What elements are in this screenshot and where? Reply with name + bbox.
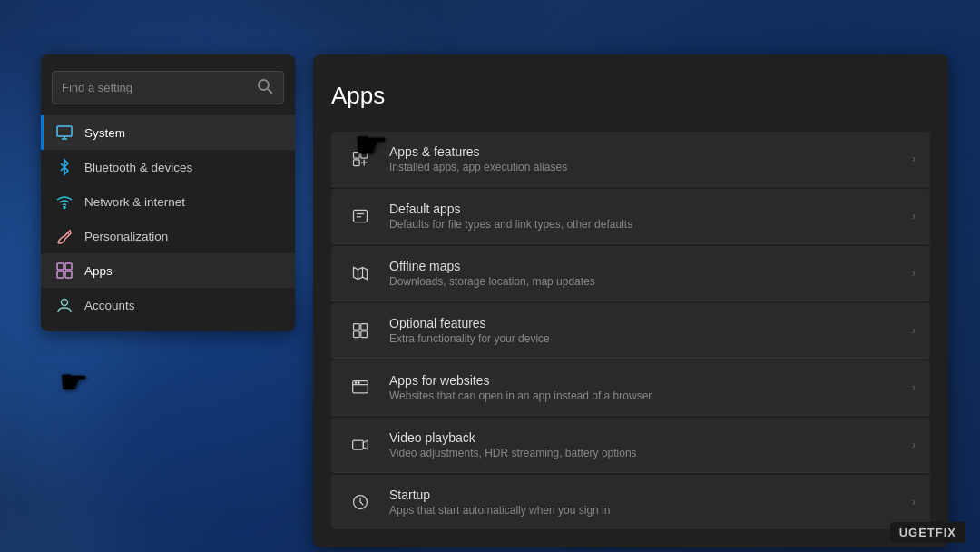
startup-text: Startup Apps that start automatically wh… (389, 488, 897, 517)
sidebar-item-network-label: Network & internet (84, 195, 185, 209)
svg-rect-8 (65, 263, 72, 270)
svg-rect-17 (354, 210, 368, 222)
svg-rect-2 (57, 126, 72, 136)
svg-point-28 (355, 382, 357, 384)
svg-rect-10 (65, 271, 72, 278)
svg-rect-30 (353, 440, 364, 449)
settings-item-apps-features[interactable]: Apps & features Installed apps, app exec… (331, 132, 930, 187)
apps-features-icon (346, 144, 375, 173)
svg-rect-7 (57, 263, 64, 270)
default-apps-text: Default apps Defaults for file types and… (389, 202, 897, 231)
svg-point-5 (64, 207, 65, 209)
apps-websites-arrow: › (912, 381, 916, 394)
svg-rect-14 (354, 160, 360, 166)
sidebar-item-accounts[interactable]: Accounts (41, 288, 295, 322)
default-apps-desc: Defaults for file types and link types, … (389, 218, 897, 231)
video-icon (346, 430, 375, 459)
apps-websites-desc: Websites that can open in an app instead… (389, 389, 897, 402)
sidebar-item-bluetooth-label: Bluetooth & devices (84, 161, 192, 174)
sidebar-item-bluetooth[interactable]: Bluetooth & devices (41, 150, 295, 184)
apps-websites-text: Apps for websites Websites that can open… (389, 373, 897, 402)
startup-arrow: › (912, 496, 916, 508)
sidebar-item-apps[interactable]: Apps (41, 253, 295, 288)
search-input[interactable] (62, 81, 256, 94)
sidebar-item-network[interactable]: Network & internet (41, 184, 295, 219)
settings-item-optional-features[interactable]: Optional features Extra functionality fo… (331, 303, 930, 359)
sidebar-item-apps-label: Apps (84, 264, 113, 278)
video-playback-desc: Video adjustments, HDR streaming, batter… (389, 447, 897, 459)
sidebar-item-personalization-label: Personalization (84, 230, 168, 243)
main-container: System Bluetooth & devices Network & (0, 0, 980, 552)
optional-features-text: Optional features Extra functionality fo… (389, 316, 897, 345)
bluetooth-icon (55, 158, 74, 176)
startup-title: Startup (389, 488, 897, 502)
optional-features-title: Optional features (389, 316, 897, 330)
svg-point-0 (259, 80, 269, 90)
apps-icon (55, 261, 74, 280)
default-apps-title: Default apps (389, 202, 897, 216)
offline-maps-title: Offline maps (389, 259, 897, 273)
apps-features-arrow: › (912, 153, 916, 165)
offline-maps-desc: Downloads, storage location, map updates (389, 275, 897, 288)
settings-item-startup[interactable]: Startup Apps that start automatically wh… (331, 475, 930, 529)
video-playback-text: Video playback Video adjustments, HDR st… (389, 430, 897, 459)
svg-point-11 (62, 300, 68, 306)
settings-item-video-playback[interactable]: Video playback Video adjustments, HDR st… (331, 418, 930, 473)
wifi-icon (55, 192, 74, 211)
apps-features-title: Apps & features (389, 144, 897, 159)
search-box[interactable] (52, 71, 284, 104)
sidebar-item-accounts-label: Accounts (84, 299, 135, 312)
search-icon (256, 77, 274, 98)
watermark: UGETFIX (890, 522, 965, 543)
page-title: Apps (331, 82, 930, 110)
svg-rect-22 (354, 324, 360, 330)
sidebar: System Bluetooth & devices Network & (41, 54, 295, 331)
svg-point-29 (358, 382, 360, 384)
settings-list: Apps & features Installed apps, app exec… (331, 132, 930, 529)
apps-features-desc: Installed apps, app execution aliases (389, 161, 897, 173)
default-apps-icon (346, 202, 375, 231)
default-apps-arrow: › (912, 210, 916, 222)
svg-rect-25 (361, 331, 368, 338)
sidebar-item-personalization[interactable]: Personalization (41, 219, 295, 253)
sidebar-item-system-label: System (84, 126, 125, 140)
video-playback-title: Video playback (389, 430, 897, 445)
settings-item-offline-maps[interactable]: Offline maps Downloads, storage location… (331, 246, 930, 301)
main-panel: Apps Apps & features Installed apps, app… (313, 54, 948, 547)
maps-icon (346, 259, 375, 288)
svg-rect-23 (361, 324, 368, 330)
web-icon (346, 373, 375, 402)
brush-icon (55, 227, 74, 245)
svg-rect-24 (354, 331, 360, 338)
optional-features-desc: Extra functionality for your device (389, 332, 897, 345)
sidebar-item-system[interactable]: System (41, 115, 295, 150)
monitor-icon (55, 123, 74, 142)
offline-maps-text: Offline maps Downloads, storage location… (389, 259, 897, 288)
svg-rect-13 (361, 153, 368, 159)
person-icon (55, 296, 74, 314)
apps-websites-title: Apps for websites (389, 373, 897, 388)
startup-icon (346, 488, 375, 517)
apps-features-text: Apps & features Installed apps, app exec… (389, 144, 897, 173)
svg-rect-12 (354, 153, 360, 159)
optional-features-arrow: › (912, 324, 916, 337)
video-playback-arrow: › (912, 439, 916, 451)
settings-item-default-apps[interactable]: Default apps Defaults for file types and… (331, 189, 930, 244)
maps-arrow: › (912, 267, 916, 280)
optional-features-icon (346, 316, 375, 345)
settings-item-apps-websites[interactable]: Apps for websites Websites that can open… (331, 360, 930, 416)
startup-desc: Apps that start automatically when you s… (389, 504, 897, 517)
svg-line-1 (268, 89, 272, 94)
svg-rect-9 (57, 271, 64, 278)
